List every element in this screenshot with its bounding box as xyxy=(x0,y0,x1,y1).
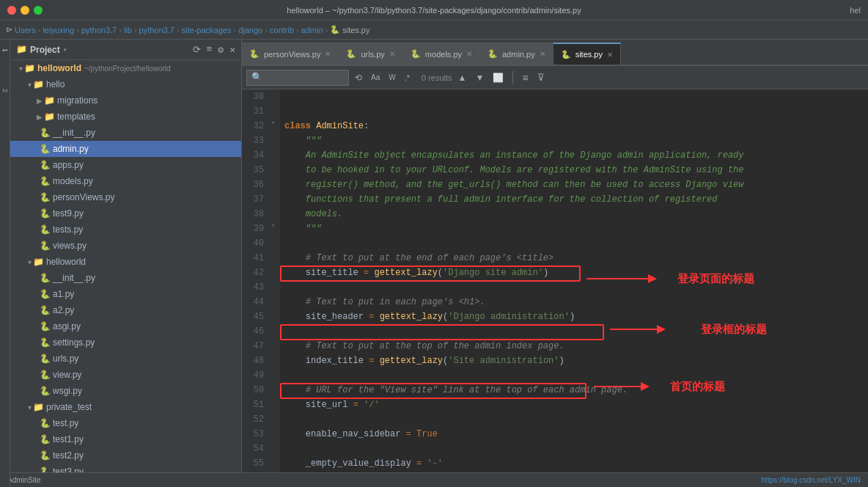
breadcrumb-python37-1[interactable]: python3.7 xyxy=(81,26,117,34)
breadcrumb-python37-2[interactable]: python3.7 xyxy=(139,26,174,34)
file-label: a1.py xyxy=(53,289,74,299)
breadcrumb-contrib[interactable]: contrib xyxy=(270,26,294,34)
file-icon: 🐍 xyxy=(40,176,51,186)
breadcrumb-item[interactable]: ⊳ xyxy=(6,25,12,34)
tab-close-icon[interactable]: ✕ xyxy=(540,50,545,58)
tree-file-views[interactable]: 🐍 views.py xyxy=(10,238,241,254)
tree-file-settings[interactable]: 🐍 settings.py xyxy=(10,334,241,351)
close-button[interactable] xyxy=(7,6,16,15)
match-word-button[interactable]: W xyxy=(386,72,398,83)
tree-file-test1[interactable]: 🐍 test1.py xyxy=(10,431,241,447)
breadcrumb-lib[interactable]: lib xyxy=(124,26,132,34)
structure-tab[interactable]: 2 xyxy=(1,86,10,95)
tree-root[interactable]: ▾ 📁 helloworld ~/pythonProject/helloworl… xyxy=(10,60,241,76)
tab-urls[interactable]: 🐍 urls.py ✕ xyxy=(339,43,402,65)
tree-file-a1[interactable]: 🐍 a1.py xyxy=(10,286,241,302)
tree-file-asgi[interactable]: 🐍 asgi.py xyxy=(10,318,241,334)
status-link[interactable]: https://blog.csdn.net/LYX_WIN xyxy=(762,476,861,484)
next-result-button[interactable]: ▼ xyxy=(473,71,488,84)
tree-file-init2[interactable]: 🐍 __init__.py xyxy=(10,270,241,286)
search-input[interactable] xyxy=(265,73,339,82)
help-button[interactable]: hel xyxy=(850,6,861,15)
maximize-button[interactable] xyxy=(34,6,43,15)
tab-close-icon[interactable]: ✕ xyxy=(389,50,395,58)
regex-button[interactable]: .* xyxy=(402,72,413,84)
tree-file-urls[interactable]: 🐍 urls.py xyxy=(10,351,241,367)
line-number: 49 xyxy=(242,368,264,383)
tab-close-icon[interactable]: ✕ xyxy=(466,50,472,58)
code-line-41: # Text to put at the end of each page's … xyxy=(284,251,868,266)
tree-folder-templates[interactable]: ▶ 📁 templates xyxy=(10,109,241,125)
sidebar-refresh-icon[interactable]: ⟳ xyxy=(193,44,201,56)
breadcrumb-django[interactable]: django xyxy=(238,26,262,34)
file-label: models.py xyxy=(53,176,93,186)
code-editor[interactable]: class AdminSite: """ An AdminSite object… xyxy=(280,89,868,487)
tree-file-test9[interactable]: 🐍 test9.py xyxy=(10,205,241,221)
breadcrumb-site-packages[interactable]: site-packages xyxy=(182,26,232,34)
search-icon: 🔍 xyxy=(251,72,262,83)
match-case-button[interactable]: Aa xyxy=(368,72,383,83)
code-line-32: class AdminSite: xyxy=(284,119,868,133)
code-content: 30 31 32 33 34 35 36 37 38 39 40 41 42 4… xyxy=(242,89,868,487)
tree-folder-helloworld[interactable]: ▾ 📁 helloworld xyxy=(10,254,241,270)
window-title: helloworld – ~/python3.7/lib/python3.7/s… xyxy=(287,6,581,15)
sidebar-close-icon[interactable]: ✕ xyxy=(229,44,235,56)
line-number: 33 xyxy=(242,133,264,148)
sidebar-collapse-icon[interactable]: ≡ xyxy=(207,44,213,56)
folder-icon: 📁 xyxy=(44,95,55,106)
code-line-37: functions that present a full admin inte… xyxy=(284,192,868,207)
sidebar-dropdown-icon[interactable]: ▾ xyxy=(63,45,67,54)
tree-folder-migrations[interactable]: ▶ 📁 migrations xyxy=(10,92,241,109)
project-tab[interactable]: 1 xyxy=(1,45,10,55)
tree-file-a2[interactable]: 🐍 a2.py xyxy=(10,302,241,318)
expand-button[interactable]: ⬜ xyxy=(490,71,507,84)
prev-result-button[interactable]: ▲ xyxy=(455,71,470,84)
fold-marker[interactable]: ▾ xyxy=(271,119,275,127)
file-label: urls.py xyxy=(53,354,78,364)
tree-file-personviews[interactable]: 🐍 personViews.py xyxy=(10,189,241,205)
search-back-button[interactable]: ⟲ xyxy=(352,71,365,84)
sidebar-header-left: 📁 Project ▾ xyxy=(16,44,67,55)
code-line-33: """ xyxy=(284,133,868,148)
line-number: 42 xyxy=(242,266,264,280)
sidebar-gear-icon[interactable]: ⚙ xyxy=(218,44,224,56)
tree-file-admin[interactable]: 🐍 admin.py xyxy=(10,141,241,157)
tab-close-icon[interactable]: ✕ xyxy=(607,51,613,59)
file-icon: 🐍 xyxy=(40,192,51,202)
line-number: 48 xyxy=(242,354,264,368)
tree-file-view[interactable]: 🐍 view.py xyxy=(10,367,241,383)
code-line-42: site_title = gettext_lazy('Django site a… xyxy=(284,266,868,280)
tab-personviews[interactable]: 🐍 personViews.py ✕ xyxy=(242,43,339,65)
breadcrumb-sep: › xyxy=(134,26,137,34)
line-number: 36 xyxy=(242,177,264,192)
tree-folder-private-test[interactable]: ▾ 📁 private_test xyxy=(10,399,241,415)
file-icon: 🐍 xyxy=(40,273,51,283)
minimize-button[interactable] xyxy=(21,6,29,15)
file-label: a2.py xyxy=(53,305,74,315)
tree-file-models[interactable]: 🐍 models.py xyxy=(10,173,241,189)
breadcrumb-sep: › xyxy=(119,26,122,34)
file-icon: 🐍 xyxy=(40,321,51,332)
breadcrumb-admin[interactable]: admin xyxy=(301,26,323,34)
breadcrumb-users[interactable]: Users xyxy=(15,26,36,34)
tab-close-icon[interactable]: ✕ xyxy=(325,50,331,58)
tree-file-tests[interactable]: 🐍 tests.py xyxy=(10,221,241,238)
fold-marker[interactable]: ▾ xyxy=(271,221,275,230)
folder-icon: 📁 xyxy=(33,257,44,267)
breadcrumb-leiyuxing[interactable]: leiyuxing xyxy=(43,26,74,34)
tab-icon: 🐍 xyxy=(346,49,356,59)
filter-button[interactable]: ⊽ xyxy=(534,70,548,84)
tree-file-wsgi[interactable]: 🐍 wsgi.py xyxy=(10,383,241,399)
tree-file-apps[interactable]: 🐍 apps.py xyxy=(10,157,241,173)
search-box[interactable]: 🔍 xyxy=(246,70,349,86)
line-number: 37 xyxy=(242,192,264,207)
tree-file-test[interactable]: 🐍 test.py xyxy=(10,415,241,431)
align-left-button[interactable]: ≡ xyxy=(519,70,531,85)
tab-admin[interactable]: 🐍 admin.py ✕ xyxy=(480,43,553,65)
tree-file-test2[interactable]: 🐍 test2.py xyxy=(10,447,241,464)
tree-folder-hello[interactable]: ▾ 📁 hello xyxy=(10,76,241,92)
line-number: 32 xyxy=(242,119,264,133)
tree-file-init1[interactable]: 🐍 __init__.py xyxy=(10,125,241,141)
tab-models[interactable]: 🐍 models.py ✕ xyxy=(403,43,480,65)
tab-sites[interactable]: 🐍 sites.py ✕ xyxy=(553,43,621,65)
